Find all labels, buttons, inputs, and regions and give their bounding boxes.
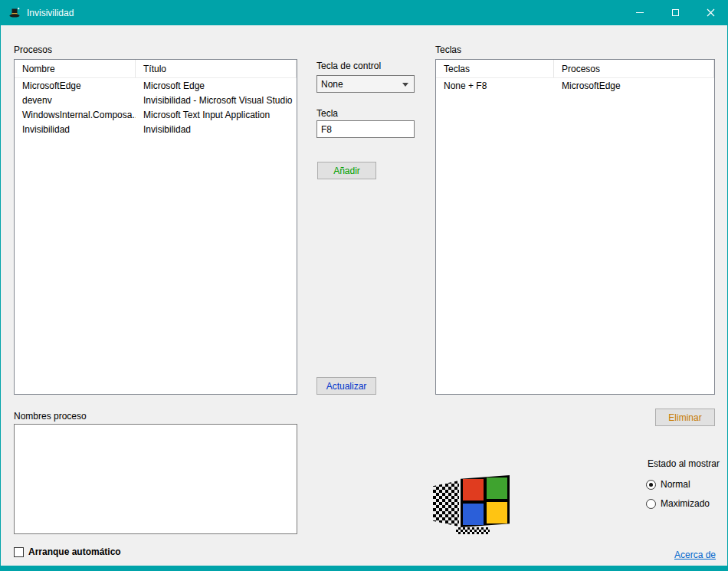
- app-window: Invisivilidad Procesos Nombre Título Mic…: [0, 0, 728, 571]
- window-border-left: [0, 0, 1, 571]
- tecla-combo: None + F8: [436, 80, 554, 91]
- windows-logo: [433, 475, 510, 534]
- logo-flag: [461, 475, 510, 527]
- close-button[interactable]: [693, 0, 728, 25]
- chevron-down-icon: [402, 83, 408, 87]
- procesos-listview[interactable]: Nombre Título MicrosoftEdge Microsoft Ed…: [14, 59, 297, 395]
- radio-normal[interactable]: Normal: [646, 479, 690, 490]
- process-row[interactable]: MicrosoftEdge Microsoft Edge: [15, 78, 297, 93]
- tecla-row[interactable]: None + F8 MicrosoftEdge: [436, 78, 714, 93]
- maximize-button[interactable]: [657, 0, 693, 25]
- radio-maximizado-label: Maximizado: [661, 498, 710, 509]
- process-title: Microsoft Edge: [136, 80, 297, 91]
- anadir-button[interactable]: Añadir: [317, 162, 376, 179]
- maximize-icon: [672, 9, 679, 16]
- process-name: Invisibilidad: [15, 124, 136, 135]
- estado-al-mostrar-label: Estado al mostrar: [648, 458, 720, 469]
- column-header-nombre[interactable]: Nombre: [15, 60, 136, 77]
- window-title: Invisivilidad: [27, 8, 74, 18]
- tecla-input[interactable]: [316, 120, 415, 138]
- logo-pane-yellow: [487, 502, 507, 523]
- magician-hat-icon: [8, 7, 21, 19]
- process-row[interactable]: devenv Invisibilidad - Microsoft Visual …: [15, 93, 297, 107]
- process-name: MicrosoftEdge: [15, 80, 136, 91]
- radio-maximizado[interactable]: Maximizado: [646, 498, 710, 509]
- radio-normal-label: Normal: [661, 479, 690, 490]
- actualizar-button[interactable]: Actualizar: [316, 377, 376, 395]
- logo-pixel-trail-bottom: [456, 527, 490, 534]
- arranque-automatico-label: Arranque automático: [28, 546, 121, 557]
- logo-pixel-trail: [433, 481, 459, 527]
- teclas-label: Teclas: [435, 44, 461, 55]
- caption-buttons: [622, 0, 728, 25]
- arranque-automatico-checkbox[interactable]: Arranque automático: [14, 546, 121, 557]
- process-title: Invisibilidad: [136, 124, 297, 135]
- teclas-listview[interactable]: Teclas Procesos None + F8 MicrosoftEdge: [435, 59, 715, 395]
- minimize-icon: [636, 12, 644, 13]
- tecla-proceso: MicrosoftEdge: [554, 80, 714, 91]
- process-title: Microsoft Text Input Application: [136, 110, 297, 120]
- logo-pane-red: [463, 479, 484, 500]
- checkbox-icon: [14, 547, 24, 557]
- column-header-procesos[interactable]: Procesos: [554, 60, 714, 77]
- procesos-header: Nombre Título: [15, 60, 297, 78]
- eliminar-button[interactable]: Eliminar: [655, 409, 715, 426]
- process-name: WindowsInternal.Composa...: [15, 110, 136, 120]
- logo-pane-green: [487, 477, 507, 499]
- tecla-label: Tecla: [316, 108, 338, 119]
- procesos-label: Procesos: [14, 44, 52, 55]
- process-row[interactable]: WindowsInternal.Composa... Microsoft Tex…: [15, 107, 297, 122]
- nombres-proceso-label: Nombres proceso: [14, 411, 87, 422]
- window-border-bottom: [0, 566, 728, 571]
- combo-selected-value: None: [321, 79, 343, 90]
- process-title: Invisibilidad - Microsoft Visual Studio: [136, 95, 297, 106]
- process-row[interactable]: Invisibilidad Invisibilidad: [15, 122, 297, 136]
- tecla-control-combobox[interactable]: None: [316, 75, 415, 93]
- process-name: devenv: [15, 95, 136, 106]
- radio-selected-icon: [646, 480, 656, 490]
- logo-pane-blue: [463, 504, 484, 525]
- teclas-header: Teclas Procesos: [436, 60, 714, 78]
- close-icon: [707, 8, 715, 17]
- radio-unselected-icon: [646, 499, 656, 509]
- titlebar: Invisivilidad: [0, 0, 728, 25]
- acerca-de-link[interactable]: Acerca de: [674, 550, 716, 560]
- minimize-button[interactable]: [622, 0, 657, 25]
- column-header-titulo[interactable]: Título: [136, 60, 297, 77]
- column-header-teclas[interactable]: Teclas: [436, 60, 554, 77]
- tecla-de-control-label: Tecla de control: [316, 61, 381, 71]
- nombres-proceso-textarea[interactable]: [14, 424, 297, 534]
